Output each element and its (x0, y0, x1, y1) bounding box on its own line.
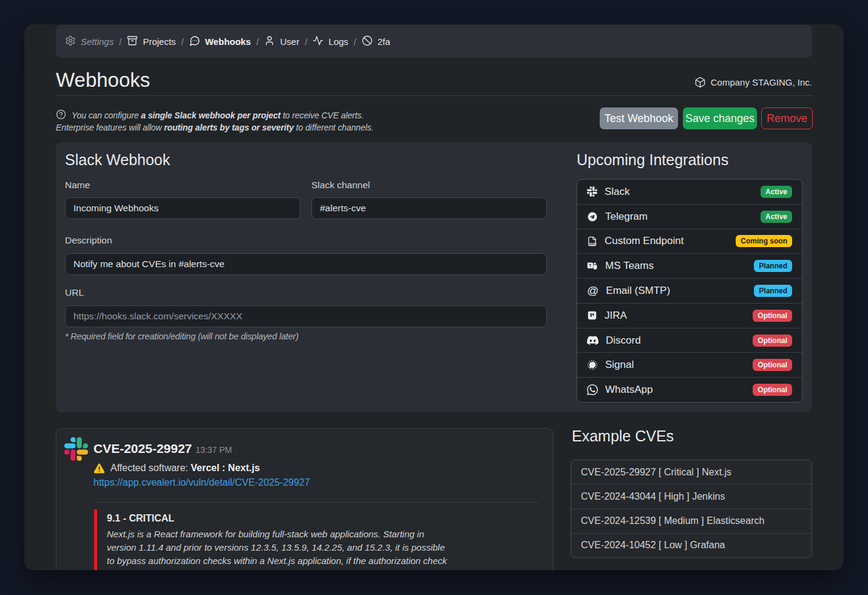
svg-text:JSON: JSON (589, 243, 597, 246)
